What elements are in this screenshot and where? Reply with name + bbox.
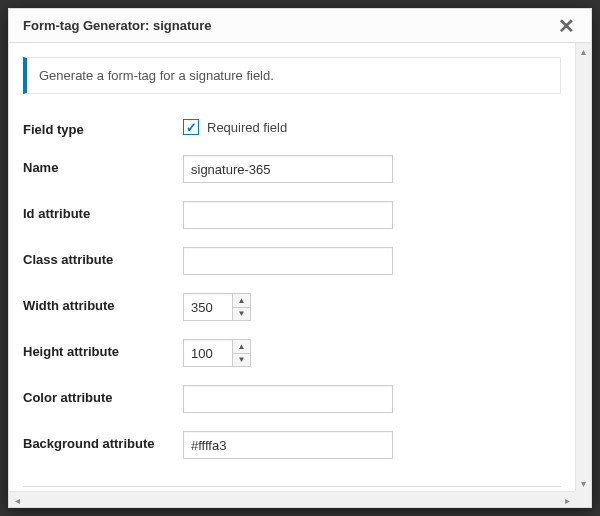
scroll-down-icon[interactable]: ▾ [576,475,591,491]
scrollbar-corner [575,491,591,507]
close-icon[interactable]: ✕ [554,12,579,40]
background-label: Background attribute [23,436,154,451]
height-label: Height attribute [23,344,119,359]
width-stepper[interactable]: ▲▼ [233,293,251,321]
dialog-title: Form-tag Generator: signature [23,18,212,33]
dialog-titlebar: Form-tag Generator: signature ✕ [9,9,591,43]
form-fields: Field type ✓ Required field Name [23,108,561,468]
height-stepper[interactable]: ▲▼ [233,339,251,367]
scroll-right-icon[interactable]: ▸ [559,492,575,507]
required-checkbox-label: Required field [207,120,287,135]
chevron-down-icon[interactable]: ▼ [233,307,250,321]
scroll-left-icon[interactable]: ◂ [9,492,25,507]
color-input[interactable] [183,385,393,413]
height-input[interactable] [183,339,233,367]
info-banner: Generate a form-tag for a signature fiel… [23,57,561,94]
vertical-scrollbar[interactable]: ▴ ▾ [575,43,591,491]
scroll-up-icon[interactable]: ▴ [576,43,591,59]
chevron-down-icon[interactable]: ▼ [233,353,250,367]
dialog-body: Generate a form-tag for a signature fiel… [9,43,591,507]
id-label: Id attribute [23,206,90,221]
required-checkbox[interactable]: ✓ [183,119,199,135]
width-label: Width attribute [23,298,115,313]
background-input[interactable] [183,431,393,459]
class-input[interactable] [183,247,393,275]
info-banner-text: Generate a form-tag for a signature fiel… [39,68,274,83]
name-input[interactable] [183,155,393,183]
chevron-up-icon[interactable]: ▲ [233,294,250,307]
chevron-up-icon[interactable]: ▲ [233,340,250,353]
form-tag-generator-dialog: Form-tag Generator: signature ✕ Generate… [8,8,592,508]
color-label: Color attribute [23,390,113,405]
name-label: Name [23,160,58,175]
id-input[interactable] [183,201,393,229]
field-type-label: Field type [23,122,84,137]
class-label: Class attribute [23,252,113,267]
horizontal-scrollbar[interactable]: ◂ ▸ [9,491,591,507]
width-input[interactable] [183,293,233,321]
